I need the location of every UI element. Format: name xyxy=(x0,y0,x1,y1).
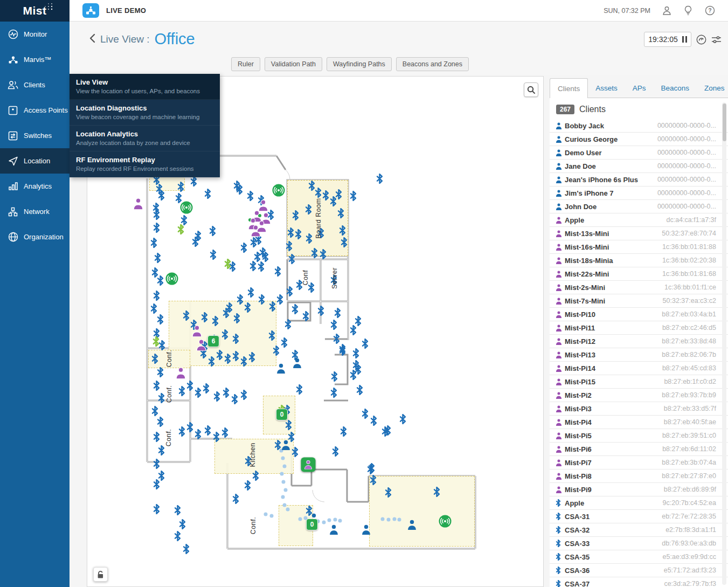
user-icon[interactable] xyxy=(661,5,672,16)
bluetooth-icon xyxy=(556,499,565,507)
client-row[interactable]: Mist-Pi8 b8:27:eb:27:87:e0 xyxy=(550,469,728,483)
back-chevron-icon[interactable] xyxy=(89,33,96,46)
client-row[interactable]: CSA-37 ce:3d:a2:79:7b:f3 xyxy=(550,577,728,587)
client-row[interactable]: Mist-7s-Mini 50:32:37:ea:c3:c2 xyxy=(550,294,728,308)
sidebar-item-clients[interactable]: Clients xyxy=(0,72,70,98)
client-row[interactable]: Mist-Pi13 b8:27:eb:82:06:7b xyxy=(550,348,728,362)
flyout-item-location-analytics[interactable]: Location Analytics Analyze location data… xyxy=(70,126,220,151)
person-icon xyxy=(556,217,565,224)
client-row[interactable]: Mist-Pi15 b8:27:eb:1f:c0:d2 xyxy=(550,375,728,389)
map-search-button[interactable] xyxy=(524,82,538,97)
trail-dot xyxy=(338,519,342,523)
beacons-and-zones-button[interactable]: Beacons and Zones xyxy=(396,57,469,71)
replay-timer[interactable]: 19:32:05 xyxy=(644,32,691,47)
tab-clients[interactable]: Clients xyxy=(550,78,588,98)
trail-dot xyxy=(387,518,391,522)
tab-assets[interactable]: Assets xyxy=(588,78,625,98)
trail-dot xyxy=(328,519,331,522)
client-row[interactable]: Mist-2s-Mini 1c:36:bb:01:f1:ce xyxy=(550,281,728,294)
client-row[interactable]: Mist-Pi14 b8:27:eb:45:cd:83 xyxy=(550,362,728,375)
display-settings-icon[interactable] xyxy=(711,34,722,45)
client-row[interactable]: Mist-Pi10 b8:27:eb:03:4a:b1 xyxy=(550,308,728,321)
client-row[interactable]: Mist-Pi7 b8:27:eb:3b:07:4a xyxy=(550,456,728,469)
sidebar-item-monitor[interactable]: Monitor xyxy=(0,22,70,47)
monitor-icon xyxy=(8,29,18,40)
panel-scrollbar-thumb[interactable] xyxy=(723,103,726,141)
client-row[interactable]: CSA-32 e2:7b:f8:3d:a1:f1 xyxy=(550,523,728,537)
tab-beacons[interactable]: Beacons xyxy=(654,78,697,98)
client-row[interactable]: Mist-18s-Minia 1c:36:bb:02:20:38 xyxy=(550,254,728,267)
sidebar-item-switches[interactable]: Switches xyxy=(0,123,70,148)
flyout-item-location-diagnostics[interactable]: Location Diagnostics View beacon coverag… xyxy=(70,100,220,126)
replay-speed-icon[interactable] xyxy=(696,34,706,45)
client-row[interactable]: CSA-31 eb:72:7e:72:28:35 xyxy=(550,510,728,523)
brand-label: LIVE DEMO xyxy=(106,6,146,15)
sidebar-item-organization[interactable]: Organization xyxy=(0,224,70,250)
pause-icon[interactable] xyxy=(682,36,687,43)
breadcrumb[interactable]: Live View : xyxy=(100,33,150,45)
zone-count-badge[interactable]: 6 xyxy=(207,335,219,347)
tab-aps[interactable]: APs xyxy=(625,78,654,98)
tab-zones[interactable]: Zones xyxy=(697,78,728,98)
person-icon xyxy=(556,257,565,264)
client-row[interactable]: Mist-Pi9 b8:27:eb:d6:89:9f xyxy=(550,483,728,496)
trail-dot xyxy=(281,457,285,460)
lightbulb-icon[interactable] xyxy=(683,5,694,16)
trail-dot xyxy=(282,480,286,484)
trail-dot xyxy=(280,472,284,476)
access-points-icon xyxy=(8,105,18,116)
sidebar-item-analytics[interactable]: Analytics xyxy=(0,174,70,199)
trail-dot xyxy=(284,488,288,492)
client-row[interactable]: Mist-Pi6 b8:27:eb:6d:11:02 xyxy=(550,443,728,456)
client-row[interactable]: Mist-Pi11 b8:27:eb:c2:46:d5 xyxy=(550,321,728,335)
wayfinding-paths-button[interactable]: Wayfinding Paths xyxy=(327,57,392,71)
header: Live View : Office 19:32:05 RulerValidat… xyxy=(70,22,728,75)
map-zone xyxy=(369,476,475,547)
client-list: Bobby Jack 00000000-0000-0... Curious Ge… xyxy=(550,119,728,587)
client-row[interactable]: CSA-36 e5:71:72:ad:f3:23 xyxy=(550,564,728,577)
sidebar-item-access-points[interactable]: Access Points xyxy=(0,98,70,123)
sidebar-item-marvis-[interactable]: Marvis™ xyxy=(0,47,70,72)
help-icon[interactable]: ? xyxy=(704,5,715,16)
client-row[interactable]: Mist-Pi12 b8:27:eb:33:8d:48 xyxy=(550,335,728,348)
zone-count-badge[interactable]: 0 xyxy=(306,519,318,530)
mist-logo[interactable]: Mist xyxy=(0,0,70,22)
asset-marker[interactable] xyxy=(301,458,316,472)
sidebar-item-network[interactable]: Network xyxy=(0,199,70,224)
room-label: Conf. xyxy=(165,385,173,403)
client-row[interactable]: Mist-Pi4 b8:27:eb:40:5f:ae xyxy=(550,416,728,429)
client-row[interactable]: Curious George 00000000-0000-0... xyxy=(550,133,728,146)
person-icon xyxy=(556,338,565,345)
client-row[interactable]: Mist-Pi5 b8:27:eb:39:51:c0 xyxy=(550,429,728,443)
client-row[interactable]: CSA-35 e5:ae:d3:e9:9d:cc xyxy=(550,550,728,564)
flyout-item-rf-environment-replay[interactable]: RF Environment Replay Replay recorded RF… xyxy=(70,151,220,177)
person-icon xyxy=(556,432,565,439)
client-row[interactable]: Mist-22s-Mini 1c:36:bb:01:81:68 xyxy=(550,267,728,281)
client-row[interactable]: Apple dc:a4:ca:f1:a7:3f xyxy=(550,213,728,227)
ruler-button[interactable]: Ruler xyxy=(231,57,260,71)
client-row[interactable]: Bobby Jack 00000000-0000-0... xyxy=(550,119,728,133)
client-row[interactable]: Apple 9c:20:7b:c4:52:ea xyxy=(550,496,728,510)
switches-icon xyxy=(8,130,18,141)
client-row[interactable]: Demo User 00000000-0000-0... xyxy=(550,146,728,160)
org-site-icon[interactable] xyxy=(82,3,99,18)
client-row[interactable]: Mist-Pi3 b8:27:eb:33:d5:7f xyxy=(550,402,728,416)
client-row[interactable]: Mist-Pi2 b8:27:eb:93:7b:b9 xyxy=(550,389,728,402)
client-row[interactable]: Jane Doe 00000000-0000-0... xyxy=(550,160,728,173)
person-icon xyxy=(556,298,565,305)
client-row[interactable]: Mist-16s-Mini 1c:36:bb:01:81:88 xyxy=(550,240,728,254)
person-icon xyxy=(556,203,565,210)
sidebar-item-location[interactable]: Location xyxy=(0,148,70,174)
validation-path-button[interactable]: Validation Path xyxy=(265,57,322,71)
zone-count-badge[interactable]: 0 xyxy=(276,409,288,420)
trail-dot xyxy=(299,517,302,521)
room-label: Conf xyxy=(302,270,309,285)
map-lock-button[interactable] xyxy=(93,567,108,582)
panel-scrollbar[interactable] xyxy=(722,102,726,585)
client-row[interactable]: CSA-33 db:76:93:0e:a3:db xyxy=(550,537,728,550)
client-row[interactable]: Mist-13s-Mini 50:32:37:e8:70:74 xyxy=(550,227,728,240)
client-row[interactable]: John Doe 00000000-0000-0... xyxy=(550,200,728,213)
client-row[interactable]: Jean's iPhone 6s Plus 00000000-0000-0... xyxy=(550,173,728,187)
flyout-item-live-view[interactable]: Live View View the location of users, AP… xyxy=(70,74,220,100)
client-row[interactable]: Jim's iPhone 7 00000000-0000-0... xyxy=(550,187,728,200)
